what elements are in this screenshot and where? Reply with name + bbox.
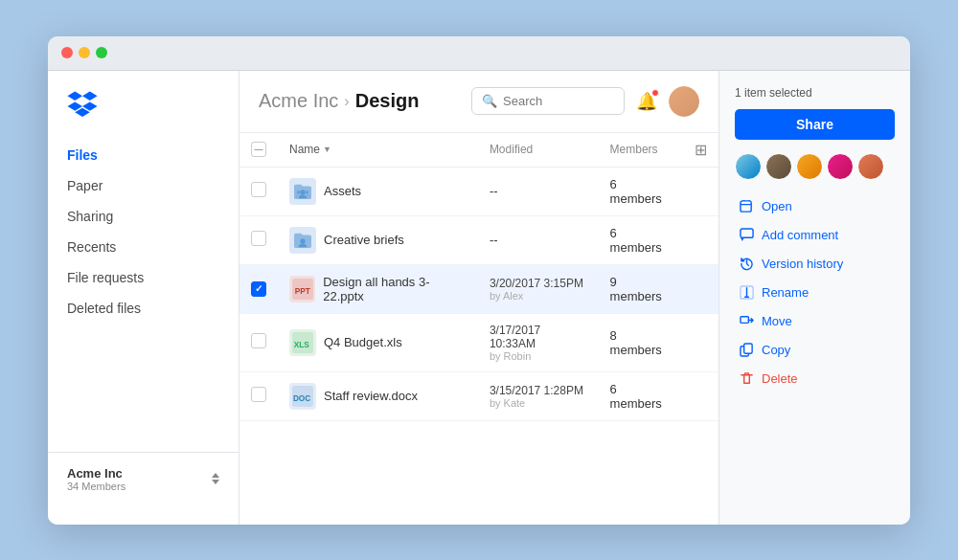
pptx-icon: PPT [289, 276, 315, 302]
sidebar-item-filerequests[interactable]: File requests [48, 262, 239, 293]
sidebar-item-sharing[interactable]: Sharing [48, 201, 239, 232]
docx-icon: DOC [289, 383, 316, 410]
member-avatar [765, 153, 792, 180]
members-text: 6 members [610, 382, 662, 411]
member-avatar [796, 153, 823, 180]
context-delete-label: Delete [762, 371, 798, 386]
search-icon: 🔍 [482, 94, 497, 108]
svg-point-6 [297, 190, 301, 194]
svg-marker-1 [82, 91, 98, 100]
svg-point-7 [306, 190, 309, 194]
user-avatar [669, 86, 699, 117]
org-members: 34 Members [67, 481, 125, 492]
svg-rect-20 [743, 344, 751, 353]
sidebar-item-paper[interactable]: Paper [48, 170, 239, 201]
app-window: Files Paper Sharing Recents File request… [48, 36, 910, 525]
context-menu: Open Add comment [735, 193, 895, 392]
context-open-label: Open [762, 199, 792, 213]
modified-by: by Alex [490, 290, 587, 302]
svg-point-5 [300, 190, 305, 194]
modified-text: -- [490, 184, 498, 198]
name-sort-icon[interactable]: ▼ [323, 145, 331, 154]
comment-icon [739, 228, 754, 243]
sidebar-item-deletedfiles[interactable]: Deleted files [48, 293, 239, 324]
context-rename[interactable]: Rename [735, 280, 895, 306]
sidebar-item-files[interactable]: Files [48, 140, 239, 170]
user-avatar-button[interactable] [669, 86, 699, 117]
members-text: 6 members [610, 177, 662, 206]
row-checkbox[interactable] [251, 281, 266, 297]
context-delete[interactable]: Delete [735, 366, 895, 392]
main-content: Acme Inc › Design 🔍 🔔 [240, 71, 718, 525]
minimize-dot[interactable] [79, 47, 90, 58]
right-panel: 1 item selected Share [718, 71, 910, 525]
topbar-actions: 🔍 🔔 [471, 86, 699, 117]
close-dot[interactable] [61, 47, 73, 58]
move-icon [739, 314, 754, 329]
dropbox-logo-icon [67, 90, 98, 117]
row-checkbox[interactable] [251, 333, 266, 348]
context-open[interactable]: Open [735, 193, 895, 220]
sidebar-nav: Files Paper Sharing Recents File request… [48, 140, 239, 324]
table-row[interactable]: XLS Q4 Budget.xls 3/17/2017 10:33AM by R… [240, 313, 718, 371]
topbar: Acme Inc › Design 🔍 🔔 [240, 71, 718, 133]
context-move-label: Move [762, 314, 792, 328]
row-check-cell [240, 215, 278, 264]
svg-rect-18 [740, 317, 747, 324]
search-bar[interactable]: 🔍 [471, 87, 625, 115]
members-text: 9 members [610, 275, 662, 303]
context-copy[interactable]: Copy [735, 337, 895, 364]
modified-by: by Kate [490, 397, 587, 409]
titlebar [48, 36, 910, 71]
breadcrumb-parent[interactable]: Acme Inc [259, 90, 338, 112]
row-members-cell: 6 members [599, 167, 683, 215]
row-actions-cell [683, 215, 718, 264]
table-row[interactable]: Assets -- 6 members [240, 167, 718, 215]
row-name-cell: Creative briefs [278, 215, 478, 264]
xlsx-icon: XLS [289, 329, 316, 356]
row-name-cell: DOC Staff review.docx [278, 371, 478, 420]
row-checkbox[interactable] [251, 182, 266, 197]
svg-text:PPT: PPT [294, 286, 309, 295]
col-header-modified: Modified [478, 133, 599, 168]
sidebar-item-recents[interactable]: Recents [48, 232, 239, 262]
select-all-checkbox[interactable] [251, 142, 266, 157]
row-actions-cell [683, 264, 718, 313]
sidebar: Files Paper Sharing Recents File request… [48, 71, 240, 525]
row-members-cell: 8 members [599, 313, 683, 371]
row-actions-cell [683, 167, 718, 215]
arrow-down-icon [212, 480, 219, 484]
org-name: Acme Inc [67, 466, 125, 481]
grid-view-icon[interactable]: ⊞ [695, 142, 707, 158]
row-filename: Design all hands 3-22.pptx [323, 275, 467, 303]
row-actions-cell [683, 313, 718, 371]
table-row[interactable]: PPT Design all hands 3-22.pptx 3/20/2017… [240, 264, 718, 313]
row-checkbox[interactable] [251, 231, 266, 246]
context-add-comment[interactable]: Add comment [735, 222, 895, 249]
file-list-area: Name ▼ Modified Members ⊞ [240, 133, 718, 525]
share-button[interactable]: Share [735, 109, 895, 140]
row-name-cell: XLS Q4 Budget.xls [278, 313, 478, 371]
col-header-check [240, 133, 278, 168]
org-switcher[interactable] [212, 473, 219, 484]
modified-by: by Robin [490, 350, 587, 362]
search-input[interactable] [503, 94, 614, 108]
table-row[interactable]: DOC Staff review.docx 3/15/2017 1:28PM b… [240, 371, 718, 420]
history-icon [739, 257, 754, 272]
member-avatars [735, 153, 895, 180]
notifications-button[interactable]: 🔔 [636, 91, 657, 112]
rename-icon [739, 285, 754, 301]
file-table: Name ▼ Modified Members ⊞ [240, 133, 718, 421]
row-checkbox[interactable] [251, 387, 266, 402]
row-modified-cell: 3/15/2017 1:28PM by Kate [478, 371, 599, 420]
svg-marker-0 [67, 91, 82, 100]
context-rename-label: Rename [762, 285, 809, 300]
sidebar-logo [48, 90, 239, 140]
col-header-grid: ⊞ [683, 133, 718, 168]
context-version-history[interactable]: Version history [735, 251, 895, 278]
context-move[interactable]: Move [735, 308, 895, 335]
row-check-cell [240, 371, 278, 420]
table-row[interactable]: Creative briefs -- 6 members [240, 215, 718, 264]
members-text: 6 members [610, 226, 662, 255]
maximize-dot[interactable] [96, 47, 107, 58]
